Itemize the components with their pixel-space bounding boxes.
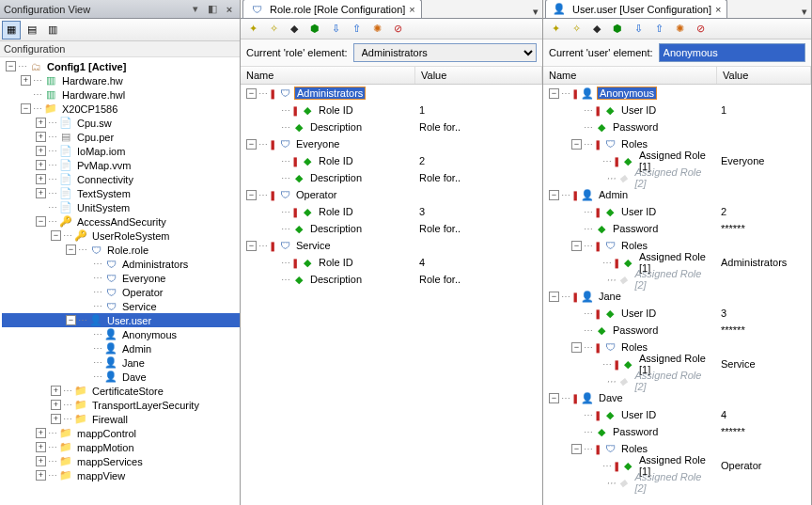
tree-item[interactable]: +⋯Firewall [2, 412, 240, 426]
grid-row[interactable]: ⋯DescriptionRole for.. [241, 220, 542, 237]
expand-toggle[interactable]: + [36, 174, 46, 184]
row-value[interactable]: Role for.. [415, 223, 542, 234]
grid-row[interactable]: ⋯Assigned Role [2] [543, 169, 811, 186]
config-tree[interactable]: −⋯Config1 [Active]+⋯Hardware.hw⋯Hardware… [0, 57, 240, 505]
expand-toggle[interactable]: − [6, 61, 16, 71]
tree-item[interactable]: ⋯Jane [2, 355, 240, 370]
expand-toggle[interactable]: − [246, 88, 257, 99]
expand-toggle[interactable]: − [246, 241, 257, 251]
expand-toggle[interactable]: − [549, 190, 559, 200]
toolbar-btn-8[interactable]: ⊘ [692, 21, 709, 38]
expand-toggle[interactable]: − [571, 342, 582, 353]
grid-row[interactable]: ⋯Assigned Role [2] [543, 372, 811, 389]
expand-toggle[interactable]: + [51, 386, 61, 396]
col-name[interactable]: Name [241, 67, 415, 84]
toolbar-btn-2[interactable]: ✧ [265, 21, 282, 38]
tree-item[interactable]: −⋯User.user [2, 313, 240, 327]
view-mode-2-button[interactable]: ▤ [23, 21, 41, 39]
grid-row[interactable]: ⋯❚User ID2 [543, 203, 811, 220]
expand-toggle[interactable]: − [246, 139, 257, 150]
tree-item[interactable]: −⋯Config1 [Active] [2, 59, 240, 73]
close-tab-icon[interactable]: × [409, 4, 414, 15]
tree-item[interactable]: ⋯Administrators [2, 257, 240, 271]
grid-row[interactable]: ⋯Password [543, 118, 811, 135]
tree-item[interactable]: ⋯Anonymous [2, 327, 240, 341]
toolbar-btn-4[interactable]: ⬢ [609, 21, 626, 38]
expand-toggle[interactable]: + [36, 470, 46, 481]
tree-item[interactable]: +⋯IoMap.iom [2, 144, 240, 158]
tree-item[interactable]: +⋯mappControl [2, 426, 240, 440]
tree-item[interactable]: +⋯Cpu.sw [2, 116, 240, 130]
tree-item[interactable]: −⋯UserRoleSystem [2, 229, 240, 243]
expand-toggle[interactable]: + [36, 442, 46, 452]
expand-toggle[interactable]: − [36, 216, 46, 227]
grid-row[interactable]: −⋯❚Administrators [241, 85, 542, 102]
grid-row[interactable]: ⋯❚Role ID3 [241, 203, 542, 220]
tree-item[interactable]: +⋯TextSystem [2, 186, 240, 200]
row-value[interactable]: Role for.. [415, 274, 542, 285]
expand-toggle[interactable]: − [51, 230, 61, 241]
row-value[interactable]: 4 [717, 409, 811, 420]
grid-row[interactable]: ⋯❚Role ID1 [241, 102, 542, 118]
expand-toggle[interactable]: − [571, 444, 582, 454]
toolbar-btn-2[interactable]: ✧ [568, 21, 585, 38]
expand-toggle[interactable]: − [549, 88, 559, 99]
tree-item[interactable]: ⋯Admin [2, 341, 240, 355]
expand-toggle[interactable]: + [36, 160, 46, 170]
row-value[interactable]: Service [717, 358, 811, 370]
row-value[interactable]: 2 [415, 155, 542, 166]
grid-row[interactable]: ⋯DescriptionRole for.. [241, 118, 542, 135]
row-value[interactable]: 4 [415, 257, 542, 268]
grid-row[interactable]: −⋯❚Everyone [241, 135, 542, 152]
toolbar-sort-down[interactable]: ⇩ [630, 21, 647, 38]
tree-item[interactable]: −⋯Role.role [2, 243, 240, 257]
expand-toggle[interactable]: − [66, 245, 76, 255]
tree-item[interactable]: +⋯mappMotion [2, 440, 240, 454]
expand-toggle[interactable]: − [21, 103, 31, 114]
toolbar-btn-7[interactable]: ✺ [671, 21, 688, 38]
close-icon[interactable]: × [223, 3, 236, 16]
expand-toggle[interactable]: − [549, 292, 559, 302]
row-value[interactable]: 1 [717, 104, 811, 116]
grid-row[interactable]: −⋯❚Operator [241, 186, 542, 203]
toolbar-sort-down[interactable]: ⇩ [327, 21, 344, 38]
grid-row[interactable]: −⋯❚Admin [543, 186, 811, 203]
tree-item[interactable]: ⋯Service [2, 299, 240, 313]
row-value[interactable]: Everyone [717, 155, 811, 166]
tab-dropdown-icon[interactable]: ▾ [798, 6, 811, 18]
grid-row[interactable]: ⋯Password****** [543, 423, 811, 440]
grid-row[interactable]: −⋯❚Anonymous [543, 85, 811, 102]
col-value[interactable]: Value [415, 67, 542, 84]
toolbar-btn-4[interactable]: ⬢ [306, 21, 323, 38]
tree-item[interactable]: +⋯mappServices [2, 454, 240, 468]
expand-toggle[interactable]: + [36, 146, 46, 156]
toolbar-btn-3[interactable]: ◆ [588, 21, 605, 38]
current-user-select[interactable] [659, 43, 805, 62]
grid-row[interactable]: ⋯❚Role ID2 [241, 152, 542, 169]
grid-row[interactable]: ⋯❚Role ID4 [241, 254, 542, 271]
grid-row[interactable]: ⋯❚User ID4 [543, 406, 811, 423]
expand-toggle[interactable]: − [571, 241, 582, 251]
expand-toggle[interactable]: + [36, 132, 46, 142]
toolbar-sort-up[interactable]: ⇧ [650, 21, 667, 38]
grid-row[interactable]: −⋯❚Service [241, 237, 542, 254]
tree-item[interactable]: +⋯PvMap.vvm [2, 158, 240, 172]
tree-item[interactable]: −⋯X20CP1586 [2, 102, 240, 116]
row-value[interactable]: 3 [717, 308, 811, 319]
col-name[interactable]: Name [543, 67, 717, 84]
toolbar-btn-1[interactable]: ✦ [244, 21, 261, 38]
grid-row[interactable]: ⋯❚User ID1 [543, 102, 811, 118]
row-value[interactable]: ****** [717, 324, 811, 336]
tree-item[interactable]: ⋯Operator [2, 285, 240, 299]
expand-toggle[interactable]: − [571, 139, 582, 150]
tree-item[interactable]: ⋯UnitSystem [2, 200, 240, 214]
grid-row[interactable]: ⋯DescriptionRole for.. [241, 271, 542, 288]
tree-item[interactable]: +⋯TransportLayerSecurity [2, 398, 240, 412]
toolbar-sort-up[interactable]: ⇧ [348, 21, 365, 38]
toolbar-btn-7[interactable]: ✺ [368, 21, 385, 38]
tree-item[interactable]: +⋯Cpu.per [2, 130, 240, 144]
grid-row[interactable]: ⋯Assigned Role [2] [543, 474, 811, 491]
dropdown-icon[interactable]: ▾ [189, 3, 202, 16]
grid-row[interactable]: ⋯❚User ID3 [543, 305, 811, 322]
tree-item[interactable]: +⋯Connectivity [2, 172, 240, 186]
